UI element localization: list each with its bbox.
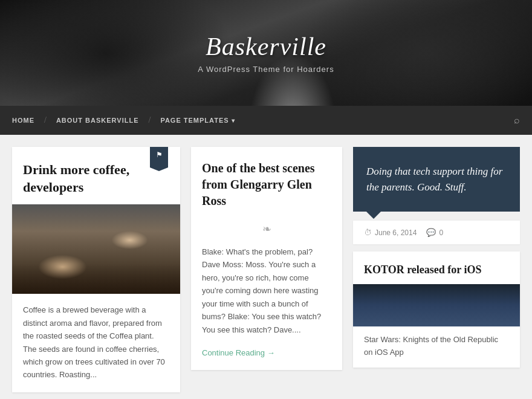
nav-sep-1: /	[43, 115, 48, 125]
site-tagline: A WordPress Theme for Hoarders	[198, 65, 334, 74]
nav-items: HOME / ABOUT BASKERVILLE / PAGE TEMPLATE…	[12, 115, 244, 125]
nav-home[interactable]: HOME	[12, 117, 43, 124]
post-right-excerpt: Star Wars: Knights of the Old Republic o…	[353, 326, 520, 368]
post-left-image	[12, 204, 180, 294]
post-center-title: One of the best scenes from Glengarry Gl…	[191, 147, 342, 219]
nav-about[interactable]: ABOUT BASKERVILLE	[48, 117, 148, 124]
post-center-excerpt: Blake: What's the problem, pal? Dave Mos…	[191, 245, 342, 347]
site-header: Baskerville A WordPress Theme for Hoarde…	[0, 0, 532, 106]
quote-card: Doing that tech support thing for the pa…	[353, 147, 520, 212]
nav-templates[interactable]: PAGE TEMPLATES ▾	[152, 117, 243, 124]
bookmark-icon	[150, 147, 168, 171]
post-right-title: KOTOR released for iOS	[353, 251, 520, 284]
site-title: Baskerville	[198, 32, 334, 61]
post-card-left: Drink more coffee, developers Coffee is …	[12, 147, 180, 392]
post-comments: 💬 0	[426, 228, 443, 237]
continue-reading-link[interactable]: Continue Reading →	[191, 348, 286, 357]
divider-icon: ❧	[191, 219, 342, 245]
comment-icon: 💬	[426, 228, 436, 237]
post-right-image	[353, 284, 520, 326]
post-left-excerpt: Coffee is a brewed beverage with a disti…	[12, 294, 180, 392]
col-right: Doing that tech support thing for the pa…	[353, 147, 520, 368]
main-content: Drink more coffee, developers Coffee is …	[0, 135, 532, 399]
clock-icon: ⏱	[364, 228, 372, 237]
post-card-right-secondary: KOTOR released for iOS Star Wars: Knight…	[353, 251, 520, 368]
nav-sep-2: /	[147, 115, 152, 125]
quote-text: Doing that tech support thing for the pa…	[366, 164, 507, 195]
post-card-center: One of the best scenes from Glengarry Gl…	[191, 147, 342, 370]
post-date: ⏱ June 6, 2014	[364, 228, 417, 237]
search-icon[interactable]: ⌕	[514, 115, 520, 126]
site-nav: HOME / ABOUT BASKERVILLE / PAGE TEMPLATE…	[0, 106, 532, 135]
post-meta-bar: ⏱ June 6, 2014 💬 0	[353, 220, 520, 244]
chevron-down-icon: ▾	[232, 117, 235, 124]
